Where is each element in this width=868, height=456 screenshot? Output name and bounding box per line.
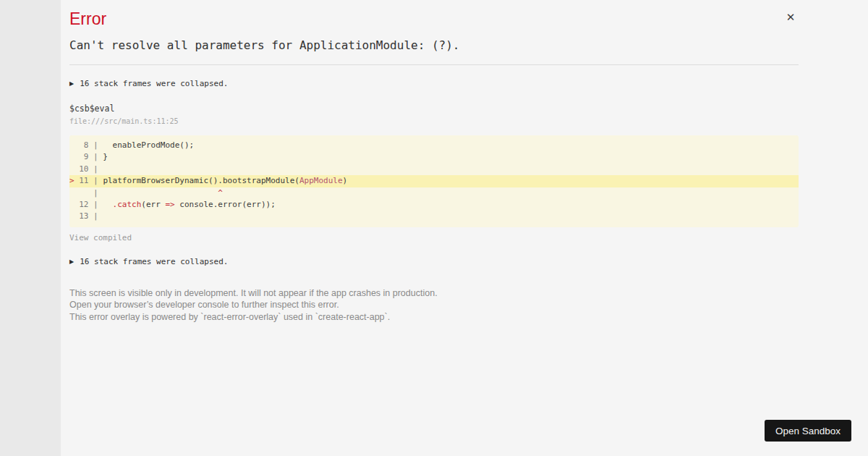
footer-note-development: This screen is visible only in developme… [69, 287, 799, 300]
frame-function-name: $csb$eval [69, 104, 799, 114]
expand-arrow-icon: ▶ [69, 79, 74, 89]
view-compiled-link[interactable]: View compiled [69, 233, 799, 243]
code-line: 9 | } [69, 151, 799, 163]
expand-arrow-icon: ▶ [69, 257, 74, 267]
code-frame: 8 | enableProdMode(); 9 | } 10 | > 11 | … [69, 135, 799, 227]
error-overlay-content: Error Can't resolve all parameters for A… [61, 0, 799, 323]
open-sandbox-button[interactable]: Open Sandbox [765, 420, 851, 442]
code-line: 8 | enableProdMode(); [69, 140, 799, 151]
close-button[interactable]: ✕ [783, 9, 799, 25]
code-line: | ^ [69, 187, 799, 199]
code-line: 12 | .catch(err => console.error(err)); [69, 199, 799, 211]
stack-frames-toggle-top[interactable]: ▶ 16 stack frames were collapsed. [69, 79, 799, 89]
close-icon: ✕ [786, 11, 796, 24]
error-overlay: Error Can't resolve all parameters for A… [61, 0, 868, 456]
stack-frames-collapsed-label: 16 stack frames were collapsed. [80, 79, 228, 89]
footer-note-console: Open your browser’s developer console to… [69, 299, 799, 311]
frame-file-location: file:///src/main.ts:11:25 [69, 117, 799, 126]
divider [69, 64, 799, 65]
stack-frames-toggle-bottom[interactable]: ▶ 16 stack frames were collapsed. [69, 257, 799, 267]
error-title: Error [69, 0, 799, 28]
code-line: 13 | [69, 211, 799, 222]
code-line-highlighted: > 11 | platformBrowserDynamic().bootstra… [69, 175, 799, 187]
code-line: 10 | [69, 164, 799, 175]
error-message: Can't resolve all parameters for Applica… [69, 38, 799, 52]
footer-notes: This screen is visible only in developme… [69, 287, 799, 324]
stack-frames-collapsed-label: 16 stack frames were collapsed. [80, 257, 228, 267]
footer-note-powered-by: This error overlay is powered by `react-… [69, 311, 799, 324]
